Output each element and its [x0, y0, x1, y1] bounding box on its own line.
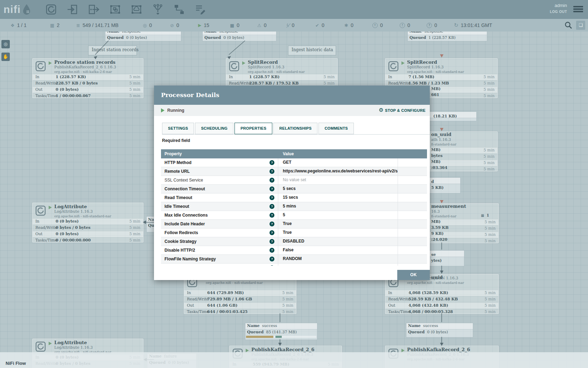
tab-properties[interactable]: PROPERTIES	[234, 123, 272, 134]
status-item-running: ▶15	[198, 19, 209, 32]
ok-button[interactable]: OK	[397, 270, 430, 280]
input-port-icon[interactable]	[66, 4, 78, 15]
stat-window: 5 min	[282, 303, 293, 308]
global-menu-icon[interactable]	[573, 5, 583, 13]
property-name: HTTP Method	[161, 159, 270, 167]
property-row: Include Date Header?True	[161, 220, 427, 229]
processor-jolttransformjson[interactable]: JoltTransformJSON 1.16.3org.apache.nifi …	[184, 274, 296, 314]
connection-name-key: Name	[408, 323, 421, 328]
help-icon[interactable]: ?	[270, 222, 274, 226]
output-port-icon[interactable]	[88, 4, 100, 15]
processor-type: SplitRecord 1.16.3	[248, 65, 335, 69]
label-icon[interactable]	[195, 4, 206, 15]
not-transmitting-count: 0	[176, 22, 179, 28]
help-icon[interactable]: ?	[270, 178, 274, 183]
stat-label: In	[388, 290, 392, 296]
breadcrumb[interactable]: NiFi Flow	[6, 361, 26, 366]
run-status-icon	[49, 61, 52, 65]
processor-type: PublishKafkaRecord_2_6 1.16.3	[54, 65, 141, 69]
processor-name: SplitRecord	[407, 60, 495, 65]
help-icon[interactable]: ?	[270, 169, 274, 174]
run-status-icon	[401, 349, 405, 352]
refresh-icon: ↻	[454, 22, 458, 28]
hand-overlay-button[interactable]: ✋	[1, 53, 10, 61]
dialog-header: Processor Details	[154, 86, 430, 105]
nifi-logo: nifi	[4, 4, 31, 15]
processor-name-fragment: uuid	[431, 275, 443, 280]
property-value: 5 secs	[278, 185, 398, 193]
nifi-logo-text: nifi	[4, 4, 21, 15]
property-value: True	[278, 229, 398, 237]
logout-link[interactable]: LOG OUT	[550, 10, 567, 14]
locally-modified-icon: ✱	[344, 23, 348, 28]
queued-value-fragment: 5 KB)	[431, 185, 444, 190]
funnel-icon[interactable]	[152, 4, 164, 15]
app-header: nifi admin LOG OUT	[0, 0, 588, 19]
search-icon[interactable]	[564, 21, 573, 29]
stat-window: 5 min	[484, 303, 496, 308]
processor-logattribute[interactable]: LogAttributeLogAttribute 1.16.3org.apach…	[32, 203, 144, 243]
queued-key: Queued	[247, 330, 264, 334]
stat-label: Tasks/Time	[35, 238, 57, 243]
help-icon[interactable]: ?	[270, 265, 274, 266]
help-icon[interactable]: ?	[270, 248, 274, 253]
stat-window: 5 min	[129, 81, 140, 86]
processor-icon[interactable]	[45, 4, 57, 15]
help-icon[interactable]: ?	[270, 213, 274, 218]
help-icon[interactable]: ?	[270, 230, 274, 235]
stopped-count: 0	[237, 22, 239, 28]
dialog-status-bar: Running ⚙ STOP & CONFIGURE	[154, 105, 430, 116]
processor-stat-fragment: MB)	[431, 159, 441, 164]
help-icon[interactable]: ?	[270, 239, 274, 244]
processor-type: SplitRecord 1.16.3	[407, 65, 495, 69]
label-ingest-station-records[interactable]: Ingest station records	[88, 46, 137, 55]
stat-row: In4,068 (528.59 KB)5 min	[385, 290, 498, 296]
dialog-title: Processor Details	[154, 91, 219, 98]
stat-window: 5 min	[484, 290, 496, 296]
tab-relationships[interactable]: RELATIONSHIPS	[273, 123, 317, 134]
label-ingest-historic-data[interactable]: Ingest historic data	[288, 46, 336, 55]
stat-value: 1 (228.57 KB)	[56, 74, 86, 80]
processor-bundle-fragment: fi-standard-nar	[431, 214, 456, 218]
target-overlay-button[interactable]: ◎	[1, 40, 10, 48]
stop-configure-button[interactable]: ⚙ STOP & CONFIGURE	[379, 108, 426, 113]
help-icon[interactable]: ?	[270, 160, 274, 165]
template-icon[interactable]	[173, 4, 185, 15]
stat-window: 5 min	[483, 74, 495, 80]
processor-bundle: org.apache.nifi - nifi-standard-nar	[206, 280, 294, 285]
status-item-locally-modified-stale: !0	[400, 19, 410, 32]
refresh-status[interactable]: ↻ 13:01:41 GMT	[454, 19, 492, 32]
connection-name: success	[262, 323, 277, 328]
queued-value: 1 (228.57 KB)	[428, 35, 455, 40]
stat-window: 5 min	[129, 74, 140, 80]
connection-label[interactable]: Namesuccess Queued85 (141.37 MB)	[245, 323, 317, 340]
locally-modified-count: 0	[351, 22, 354, 28]
stat-value: 4,068 / 00:00:05.328	[408, 309, 453, 315]
processor-icon	[35, 61, 46, 71]
processor-bundle: org.apache.nifi - nifi-standard-nar	[407, 69, 495, 74]
process-group-icon[interactable]	[109, 4, 121, 15]
connection-label[interactable]: Namesuccess Queued0 (0 bytes)	[406, 323, 473, 338]
gear-icon: ⚙	[379, 108, 384, 113]
panel-toggle-button[interactable]: ❏	[576, 21, 585, 30]
processor-jolttransformjson-uuid[interactable]: JoltTransformJSON 1.16.3org.apache.nifi …	[385, 274, 499, 314]
property-name: Disable HTTP/2	[161, 246, 270, 254]
queued-value-fragment: ytes)	[431, 258, 442, 263]
property-row: Follow Redirects?True	[161, 229, 427, 237]
stat-label: In	[35, 219, 39, 224]
stat-window: 5 min	[483, 93, 495, 99]
help-icon[interactable]: ?	[270, 186, 274, 191]
tab-scheduling[interactable]: SCHEDULING	[195, 123, 233, 134]
status-item-sync-failure: ?0	[427, 19, 437, 32]
processor-type-fragment: ath 1.16.3	[431, 137, 451, 142]
help-icon[interactable]: ?	[270, 195, 274, 200]
help-icon[interactable]: ?	[270, 204, 274, 209]
tab-settings[interactable]: SETTINGS	[162, 123, 194, 134]
tab-comments[interactable]: COMMENTS	[318, 123, 354, 134]
property-row: Cookie Strategy?DISABLED	[161, 237, 427, 246]
help-icon[interactable]: ?	[270, 257, 274, 261]
processor-produce-station-records[interactable]: Produce station recordsPublishKafkaRecor…	[32, 58, 144, 98]
property-value: No value set	[278, 176, 398, 184]
remote-process-group-icon[interactable]	[131, 4, 142, 15]
threads-count: 2	[57, 22, 59, 28]
